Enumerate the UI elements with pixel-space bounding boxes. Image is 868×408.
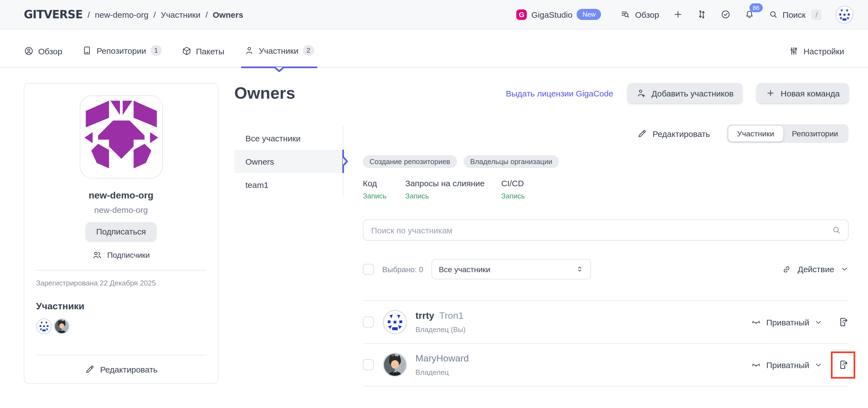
member-username[interactable]: MaryHoward — [415, 353, 469, 364]
search-button[interactable]: Поиск — [768, 9, 806, 20]
breadcrumb-separator: / — [88, 10, 90, 19]
member-checkbox[interactable] — [363, 317, 374, 328]
tasks-button[interactable] — [721, 9, 731, 20]
breadcrumb-current: Owners — [213, 10, 243, 19]
remove-member-button[interactable] — [838, 317, 848, 328]
tab-repositories[interactable]: Репозитории 1 — [82, 45, 162, 67]
followers-link[interactable]: Подписчики — [92, 250, 150, 260]
user-identicon — [836, 6, 852, 23]
org-edit-label: Редактировать — [100, 365, 157, 374]
tab-members[interactable]: Участники 2 — [244, 45, 314, 67]
org-avatar — [80, 95, 162, 178]
tab-label: Пакеты — [196, 46, 224, 56]
user-avatar[interactable] — [835, 5, 854, 24]
pencil-icon — [85, 364, 94, 374]
user-identicon — [37, 319, 51, 333]
add-members-label: Добавить участников — [651, 88, 734, 98]
breadcrumb-separator: / — [206, 10, 208, 19]
team-permissions: Код Запись Запросы на слияние Запись CI/… — [363, 178, 848, 200]
tab-label: Участники — [259, 46, 298, 55]
tab-count-badge: 1 — [150, 45, 161, 56]
top-navbar: GITVERSE / new-demo-org / Участники / Ow… — [0, 0, 868, 29]
new-badge: New — [577, 9, 601, 20]
team-item-label: Owners — [245, 156, 274, 166]
divider — [36, 270, 206, 270]
add-members-button[interactable]: Добавить участников — [628, 83, 742, 103]
person-plus-icon — [637, 88, 646, 98]
filter-selected-value: Все участники — [439, 265, 490, 273]
member-info: trrty Tron1 Владелец (Вы) — [415, 311, 466, 334]
sort-icon — [576, 265, 584, 273]
select-all-checkbox[interactable] — [363, 264, 374, 275]
visibility-value: Приватный — [766, 317, 809, 327]
team-item-team1[interactable]: team1 — [234, 173, 343, 196]
gigastudio-label: GigaStudio — [531, 10, 572, 19]
team-pane: Редактировать Участники Репозитории Созд… — [363, 126, 848, 386]
eye-closed-icon — [751, 360, 762, 370]
page-title: Owners — [234, 84, 295, 103]
team-nav: Все участники Owners team1 — [234, 126, 343, 196]
plus-icon — [673, 9, 683, 20]
team-item-all-members[interactable]: Все участники — [234, 126, 343, 150]
pencil-icon — [637, 128, 647, 139]
permission-merge-requests: Запросы на слияние Запись — [405, 178, 485, 200]
breadcrumb-members[interactable]: Участники — [161, 10, 200, 19]
visibility-dropdown[interactable]: Приватный — [751, 360, 823, 370]
member-avatar[interactable] — [383, 353, 407, 377]
team-item-label: team1 — [245, 180, 268, 189]
list-search-icon — [621, 9, 631, 20]
tab-label: Репозитории — [97, 46, 146, 55]
search-icon — [768, 9, 778, 20]
member-avatar-maryhoward[interactable] — [54, 318, 70, 334]
toggle-repositories[interactable]: Репозитории — [783, 126, 847, 141]
org-tabs: Обзор Репозитории 1 Пакеты Участники 2 Н… — [0, 29, 868, 68]
team-edit-link[interactable]: Редактировать — [637, 128, 710, 139]
member-photo — [384, 354, 406, 376]
search-shortcut-key: / — [812, 9, 822, 20]
pull-requests-button[interactable] — [697, 9, 707, 20]
gitverse-logo[interactable]: GITVERSE — [24, 8, 83, 21]
org-slug: new-demo-org — [94, 205, 148, 214]
visibility-value: Приватный — [766, 360, 809, 370]
toggle-members[interactable]: Участники — [728, 126, 783, 141]
visibility-dropdown[interactable]: Приватный — [751, 317, 823, 327]
filter-row: Выбрано: 0 Все участники Действие — [363, 259, 848, 280]
pane-toolbar: Редактировать Участники Репозитории — [363, 124, 848, 143]
remove-member-button[interactable] — [838, 359, 848, 370]
new-team-button[interactable]: Новая команда — [757, 83, 848, 103]
tab-label: Обзор — [38, 46, 62, 56]
leave-team-icon — [838, 317, 848, 328]
member-username[interactable]: trrty — [415, 311, 434, 322]
action-dropdown[interactable]: Действие — [782, 264, 848, 274]
gigastudio-link[interactable]: G GigaStudio New — [516, 9, 601, 20]
create-new-button[interactable] — [673, 9, 683, 20]
breadcrumb-separator: / — [153, 10, 156, 19]
gigacode-license-link[interactable]: Выдать лицензии GigaCode — [506, 88, 613, 98]
card-member-avatars — [36, 318, 206, 334]
org-edit-link[interactable]: Редактировать — [85, 364, 157, 374]
content: new-demo-org new-demo-org Подписаться По… — [0, 68, 868, 386]
person-icon — [244, 46, 254, 55]
explore-link[interactable]: Обзор — [621, 9, 659, 20]
team-item-owners[interactable]: Owners — [234, 150, 343, 173]
member-avatar-trrty[interactable] — [36, 318, 52, 334]
subscribe-button[interactable]: Подписаться — [86, 222, 156, 241]
permission-name: CI/CD — [501, 178, 525, 188]
breadcrumb-org[interactable]: new-demo-org — [95, 10, 149, 19]
member-row-controls: Приватный — [751, 359, 848, 370]
repository-icon — [82, 46, 92, 55]
member-checkbox[interactable] — [363, 359, 374, 370]
tab-settings[interactable]: Настройки — [789, 46, 844, 67]
permission-level: Запись — [501, 192, 525, 200]
notifications-button[interactable]: 86 — [744, 9, 754, 20]
card-members-title: Участники — [36, 301, 206, 312]
tab-overview[interactable]: Обзор — [24, 46, 62, 67]
member-avatar[interactable] — [383, 310, 407, 334]
tab-packages[interactable]: Пакеты — [181, 46, 224, 67]
member-filter-select[interactable]: Все участники — [432, 259, 591, 280]
check-circle-icon — [721, 9, 731, 20]
eye-closed-icon — [751, 317, 762, 327]
members-search-input[interactable] — [363, 220, 848, 241]
member-display-name[interactable]: Tron1 — [439, 311, 464, 322]
org-name: new-demo-org — [89, 190, 153, 201]
